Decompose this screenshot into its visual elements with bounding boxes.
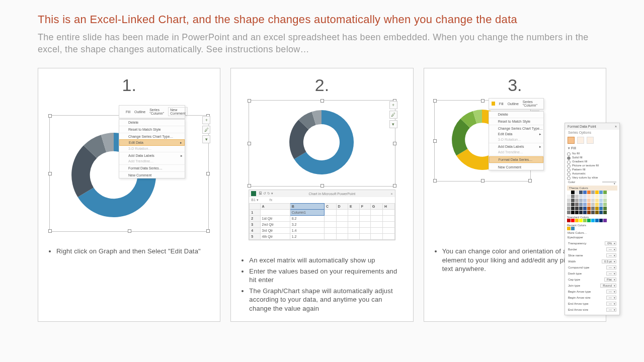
menu-add-labels[interactable]: Add Data Labels▸ [119, 153, 185, 158]
menu-format-series[interactable]: Format Data Series… [489, 156, 543, 163]
sheet-close-icon[interactable]: × [391, 192, 393, 196]
context-menu-3[interactable]: Delete Reset to Match Style Change Serie… [489, 111, 544, 170]
sheet-titlebar: 🖫 ↺ ↻ ▾ Chart in Microsoft PowerPoint × [249, 190, 394, 197]
embedded-spreadsheet[interactable]: 🖫 ↺ ↻ ▾ Chart in Microsoft PowerPoint × … [249, 190, 395, 240]
sheet-table[interactable]: ABCDEFGH1Column121st Qtr8.232nd Qtr3.243… [249, 203, 394, 240]
tab-fill-icon[interactable] [568, 137, 575, 144]
toolbar-fill[interactable]: Fill [126, 110, 130, 114]
card-2-instructions: An excel matrix will automatically show … [241, 256, 403, 313]
instruction-item: An excel matrix will automatically show … [249, 256, 403, 265]
toolbar-outline[interactable]: Outline [134, 110, 145, 114]
card-number: 2. [241, 75, 403, 95]
card-2: 2. + 🖊 ▾ 🖫 ↺ ↻ ▾ Chart in Microsoft Powe… [230, 68, 413, 322]
more-colors[interactable]: More Colors… [567, 230, 617, 235]
menu-delete[interactable]: Delete [489, 112, 543, 117]
panel-subtitle: Series Options [565, 130, 619, 135]
card-2-figure: + 🖊 ▾ 🖫 ↺ ↻ ▾ Chart in Microsoft PowerPo… [241, 100, 403, 241]
menu-change-type[interactable]: Change Series Chart Type… [119, 134, 185, 139]
menu-trendline: Add Trendline… [119, 158, 185, 164]
chart-side-buttons[interactable]: + 🖊 ▾ [202, 116, 210, 143]
tab-effects-icon[interactable] [577, 137, 584, 144]
context-menu-1[interactable]: Delete Reset to Match Style Change Serie… [119, 119, 185, 178]
slide-title: This is an Excel-Linked Chart, and the s… [38, 13, 606, 27]
toolbar-comment[interactable]: New Comment [168, 107, 187, 116]
fill-options[interactable]: No fillSolid fillGradient fillPicture or… [565, 151, 619, 179]
menu-edit-data[interactable]: Edit Data▸ [119, 139, 185, 146]
chart-plus-icon[interactable]: + [389, 101, 397, 109]
theme-colors-header: Theme Colors [567, 186, 617, 191]
std-color-grid[interactable] [567, 219, 617, 222]
card-row: 1. + 🖊 ▾ Fill Outline Series "Column" Ne… [38, 68, 606, 322]
menu-new-comment[interactable]: New Comment [119, 172, 185, 178]
toolbar-series[interactable]: Series "Column" [149, 108, 164, 115]
card-3: 3. + 🖊 ▾ Fill Outline Series "Column" De… [424, 68, 606, 322]
card-number: 1. [48, 75, 210, 95]
format-data-point-panel[interactable]: Format Data Point× Series Options ▾ Fill… [565, 123, 620, 315]
toolbar-fill[interactable]: Fill [499, 102, 504, 106]
chart-side-buttons[interactable]: + 🖊 ▾ [389, 101, 397, 128]
theme-color-grid[interactable] [567, 191, 617, 214]
card-1-instructions: Right click on Graph and then Select "Ed… [48, 247, 210, 256]
panel-tabs[interactable] [565, 135, 619, 145]
menu-format-series[interactable]: Format Data Series… [119, 165, 185, 171]
menu-3d: 3-D Rotation… [119, 146, 185, 151]
mini-toolbar[interactable]: Fill Outline Series "Column" [489, 98, 544, 110]
chart-plus-icon[interactable]: + [202, 116, 210, 124]
toolbar-outline[interactable]: Outline [508, 102, 519, 106]
instruction-item: Right click on Graph and then Select "Ed… [56, 247, 210, 256]
menu-reset[interactable]: Reset to Match Style [119, 127, 185, 132]
panel-title: Format Data Point [568, 125, 596, 128]
toolbar-series[interactable]: Series "Column" [523, 100, 541, 107]
chart-filter-icon[interactable]: ▾ [202, 135, 210, 143]
card-1-figure: + 🖊 ▾ Fill Outline Series "Column" New C… [48, 100, 210, 241]
card-number: 3. [434, 75, 596, 95]
menu-reset[interactable]: Reset to Match Style [489, 119, 543, 124]
chart-brush-icon[interactable]: 🖊 [202, 126, 210, 134]
menu-trendline: Add Trendline… [489, 149, 543, 155]
menu-3d: 3-D Rotation… [489, 137, 543, 142]
menu-delete[interactable]: Delete [119, 120, 185, 125]
fill-swatch-icon[interactable] [492, 102, 495, 106]
menu-new-comment[interactable]: New Comment [489, 164, 543, 170]
card-3-figure: + 🖊 ▾ Fill Outline Series "Column" Delet… [434, 100, 596, 241]
panel-close-icon[interactable]: × [615, 125, 617, 128]
chart-filter-icon[interactable]: ▾ [389, 120, 397, 128]
sheet-title: Chart in Microsoft PowerPoint [276, 192, 388, 196]
instruction-item: The Graph/Chart shape will automatically… [249, 287, 403, 313]
menu-change-type[interactable]: Change Series Chart Type… [489, 126, 543, 131]
mini-toolbar[interactable]: Fill Outline Series "Column" New Comment [119, 105, 185, 119]
menu-edit-data[interactable]: Edit Data▸ [489, 131, 543, 137]
instruction-item: Enter the values based on your requireme… [249, 267, 403, 285]
eyedropper[interactable]: Eyedropper [567, 235, 617, 239]
donut-chart-2[interactable] [281, 102, 362, 183]
chart-brush-icon[interactable]: 🖊 [389, 111, 397, 119]
recent-color-grid[interactable] [567, 227, 617, 230]
tab-size-icon[interactable] [587, 137, 594, 144]
menu-add-labels[interactable]: Add Data Labels▸ [489, 144, 543, 149]
excel-icon [251, 191, 256, 196]
card-1: 1. + 🖊 ▾ Fill Outline Series "Column" Ne… [38, 68, 220, 322]
slide-subtitle: The entire slide has been made in PowerP… [38, 31, 606, 56]
